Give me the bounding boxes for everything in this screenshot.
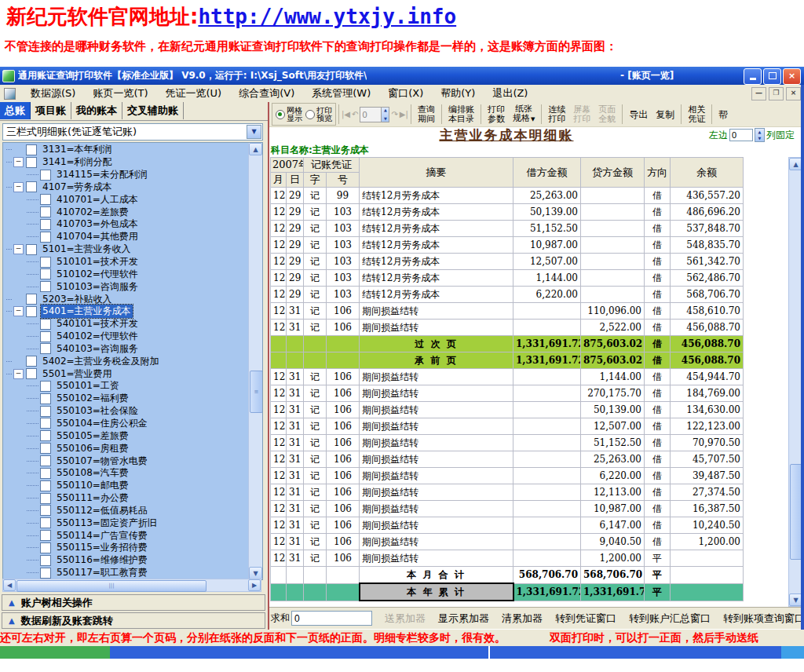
ledger-row[interactable]: 12 31 记 106 期间损益结转 1,200.00 平 — [271, 550, 744, 567]
account-tree-item[interactable]: − 550115=业务招待费 — [3, 542, 249, 554]
tree-checkbox[interactable] — [40, 281, 51, 292]
tree-checkbox[interactable] — [40, 257, 51, 268]
tree-checkbox[interactable] — [40, 206, 51, 217]
tree-vertical-scrollbar[interactable]: ▲ ≡ ▼ — [248, 143, 262, 579]
account-tree-item[interactable]: − 410701=人工成本 — [3, 193, 249, 206]
menu-item[interactable]: 账页一览(T) — [84, 86, 156, 100]
account-tree-item[interactable]: − 550105=差旅费 — [3, 429, 249, 442]
paper-spec-button[interactable]: 纸张 规格▼ — [509, 104, 539, 125]
ledger-row[interactable]: 12 31 记 106 期间损益结转 1,144.00 借 454,944.70 — [271, 369, 744, 385]
account-tree-item[interactable]: − 550113=固定资产折旧 — [3, 517, 249, 529]
menu-item[interactable]: 综合查询(V) — [230, 86, 303, 100]
ledger-row[interactable]: 本 月 合 计 568,706.70 568,706.70 平 — [271, 567, 744, 584]
tree-checkbox[interactable] — [40, 468, 51, 479]
account-tree-item[interactable]: − 550104=住房公积金 — [3, 418, 249, 430]
nav-first-button[interactable]: |◀ — [342, 110, 350, 119]
site-url-link[interactable]: http://www.ytxjy.info — [198, 5, 456, 28]
tree-checkbox[interactable] — [40, 430, 51, 441]
tree-checkbox[interactable] — [40, 530, 51, 541]
account-tree-item[interactable]: − 550116=维修维护费 — [3, 554, 249, 567]
restore-button[interactable] — [763, 68, 781, 85]
ledger-row[interactable]: 12 31 记 106 期间损益结转 12,113.00 借 27,374.50 — [271, 484, 744, 501]
ledger-row[interactable]: 承 前 页 1,331,691.72 875,603.02 借 456,088.… — [271, 352, 744, 369]
account-tree-item[interactable]: − 5101=主营业务收入 — [3, 243, 249, 256]
tree-checkbox[interactable] — [40, 268, 51, 279]
ledger-row[interactable]: 12 29 记 103 结转12月劳务成本 51,152.50 借 537,84… — [271, 221, 744, 237]
minimize-button[interactable] — [744, 68, 762, 85]
paper-dropdown-icon[interactable]: ▼ — [531, 116, 535, 122]
account-tree-item[interactable]: − 4107=劳务成本 — [3, 181, 249, 194]
left-col-spinner[interactable]: ▲▼ — [755, 128, 765, 142]
account-tree-item[interactable]: − 550102=福利费 — [3, 393, 249, 405]
account-tree-item[interactable]: − 550106=房租费 — [3, 442, 249, 455]
tree-checkbox[interactable] — [40, 331, 51, 342]
tree-checkbox[interactable] — [26, 294, 37, 305]
tree-expander-icon[interactable]: − — [13, 157, 24, 167]
nav-last-button[interactable]: ▶| — [400, 110, 408, 119]
tree-checkbox[interactable] — [26, 181, 37, 192]
account-tree-item[interactable]: − 540102=代理软件 — [3, 331, 249, 343]
ledger-tab[interactable]: 总账 — [0, 102, 31, 119]
ledger-row[interactable]: 本 年 累 计 1,331,691.72 1,331,691.72 平 — [271, 583, 744, 601]
tree-checkbox[interactable] — [26, 306, 37, 317]
account-tree-item[interactable]: − 410703=外包成本 — [3, 218, 249, 231]
account-tree-item[interactable]: − 3141=利润分配 — [3, 156, 249, 169]
tree-checkbox[interactable] — [40, 517, 51, 528]
ledger-row[interactable]: 12 31 记 106 期间损益结转 51,152.50 借 70,970.50 — [271, 435, 744, 451]
col-fix-label[interactable]: 列固定 — [766, 129, 795, 142]
spin-up-icon[interactable]: ▲ — [382, 108, 389, 113]
query-period-button[interactable]: 查询 期间 — [414, 104, 439, 125]
ledger-row[interactable]: 12 31 记 106 期间损益结转 9,040.50 借 1,200.00 — [271, 534, 744, 550]
print-preview-radio[interactable]: 打印 预览 — [305, 107, 332, 122]
tree-checkbox[interactable] — [26, 144, 37, 155]
tree-checkbox[interactable] — [40, 343, 51, 354]
account-tree-item[interactable]: − 5501=营业费用 — [3, 367, 249, 380]
export-button[interactable]: 导出 — [625, 104, 652, 125]
ledger-row[interactable]: 12 31 记 106 期间损益结转 110,096.00 借 458,610.… — [271, 303, 744, 320]
tree-checkbox[interactable] — [40, 319, 51, 330]
tree-checkbox[interactable] — [40, 194, 51, 205]
mdi-close-button[interactable]: × — [786, 87, 801, 100]
tree-expander-icon[interactable]: − — [13, 244, 24, 254]
help-button[interactable]: 帮 — [714, 104, 732, 125]
tree-checkbox[interactable] — [40, 219, 51, 230]
scroll-down-icon[interactable]: ▼ — [249, 567, 262, 579]
account-tree-item[interactable]: − 5203=补贴收入 — [3, 293, 249, 305]
tree-checkbox[interactable] — [40, 505, 51, 516]
tree-checkbox[interactable] — [40, 393, 51, 404]
close-button[interactable]: × — [783, 68, 801, 85]
ledger-row[interactable]: 12 29 记 103 结转12月劳务成本 10,987.00 借 548,83… — [271, 237, 744, 254]
panel-data-refresh[interactable]: ▲ 数据刷新及账套跳转 — [2, 612, 265, 629]
ledger-row[interactable]: 12 31 记 106 期间损益结转 270,175.70 借 184,769.… — [271, 385, 744, 402]
ledger-row[interactable]: 过 次 页 1,331,691.72 875,603.02 借 456,088.… — [271, 336, 744, 352]
menu-item[interactable]: 凭证一览(U) — [157, 86, 231, 100]
tree-checkbox[interactable] — [40, 443, 51, 454]
account-tree-item[interactable]: − 5402=主营业务税金及附加 — [3, 355, 249, 367]
ledger-row[interactable]: 12 29 记 99 结转12月劳务成本 25,263.00 借 436,557… — [271, 188, 744, 204]
account-tree-item[interactable]: − 550107=物管水电费 — [3, 455, 249, 467]
tree-checkbox[interactable] — [40, 170, 51, 181]
account-tree-item[interactable]: − 510101=技术开发 — [3, 256, 249, 268]
tree-checkbox[interactable] — [40, 555, 51, 566]
menu-item[interactable]: 退出(Z) — [484, 86, 536, 100]
account-tree-item[interactable]: − 550112=低值易耗品 — [3, 504, 249, 517]
ledger-row[interactable]: 12 31 记 106 期间损益结转 25,263.00 借 45,707.50 — [271, 451, 744, 468]
tree-checkbox[interactable] — [40, 406, 51, 417]
dropdown-arrow-icon[interactable]: ▼ — [247, 125, 261, 139]
menu-item[interactable]: 窗口(X) — [379, 86, 432, 100]
account-tree-item[interactable]: − 510103=咨询服务 — [3, 280, 249, 293]
ledger-row[interactable]: 12 29 记 103 结转12月劳务成本 6,220.00 借 568,706… — [271, 287, 744, 303]
left-col-input[interactable] — [729, 129, 753, 141]
account-tree-item[interactable]: − 410702=差旅费 — [3, 206, 249, 218]
tree-checkbox[interactable] — [40, 480, 51, 491]
tree-checkbox[interactable] — [40, 232, 51, 243]
mdi-minimize-button[interactable]: — — [751, 87, 766, 100]
account-tree-item[interactable]: − 550108=汽车费 — [3, 467, 249, 480]
account-tree-item[interactable]: − 550103=社会保险 — [3, 405, 249, 418]
account-tree-item[interactable]: − 5401=主营业务成本 — [3, 305, 249, 318]
accumulator-button[interactable]: 清累加器 — [502, 612, 543, 624]
ledger-row[interactable]: 12 31 记 106 期间损益结转 6,220.00 借 39,487.50 — [271, 468, 744, 484]
account-tree-item[interactable]: − 3131=本年利润 — [3, 144, 249, 156]
account-tree-item[interactable]: − 314115=未分配利润 — [3, 169, 249, 181]
ledger-row[interactable]: 12 31 记 106 期间损益结转 50,139.00 借 134,630.0… — [271, 402, 744, 418]
